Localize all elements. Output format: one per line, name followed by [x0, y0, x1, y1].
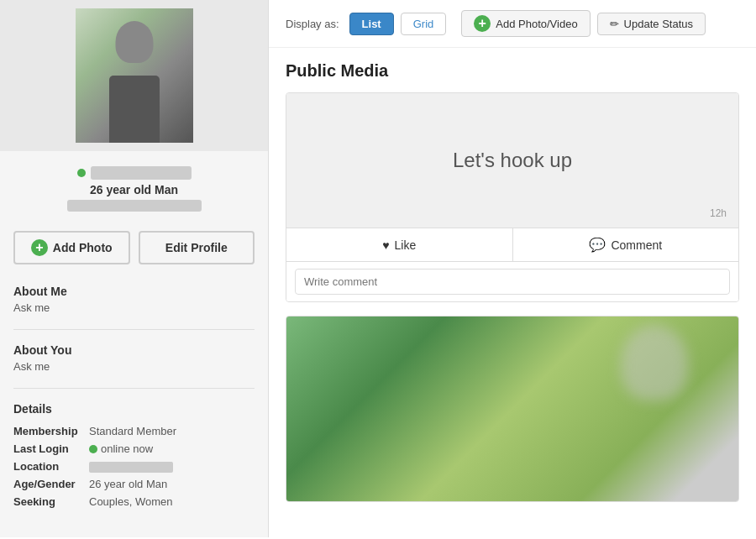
like-label: Like — [395, 238, 417, 252]
post-actions: Like Comment — [286, 228, 738, 261]
comment-label: Comment — [611, 238, 662, 252]
comment-input-area — [286, 261, 738, 301]
location-blurred — [89, 462, 173, 473]
sidebar: 26 year old Man + Add Photo Edit Profile… — [0, 0, 269, 537]
plus-icon: + — [31, 239, 48, 256]
post-image — [286, 317, 738, 501]
update-status-label: Update Status — [624, 18, 693, 30]
profile-location-blurred — [67, 200, 202, 212]
profile-name-bar — [13, 166, 255, 180]
last-login-row: Last Login online now — [13, 440, 255, 458]
details-title: Details — [13, 402, 255, 416]
comment-icon — [589, 237, 606, 253]
like-button[interactable]: Like — [286, 228, 513, 261]
online-now-row: online now — [89, 442, 255, 455]
about-me-value: Ask me — [13, 301, 255, 314]
divider1 — [13, 329, 255, 330]
divider2 — [13, 388, 255, 389]
membership-value: Standard Member — [89, 422, 255, 440]
edit-profile-label: Edit Profile — [165, 241, 228, 254]
add-media-plus-icon: + — [474, 15, 491, 32]
profile-info: 26 year old Man — [0, 160, 268, 221]
seeking-value: Couples, Women — [89, 493, 255, 510]
membership-row: Membership Standard Member — [13, 422, 255, 440]
list-view-button[interactable]: List — [349, 13, 394, 35]
post-image-face — [621, 325, 688, 400]
profile-name-blurred — [91, 166, 192, 180]
about-me-title: About Me — [13, 285, 255, 298]
seeking-row: Seeking Couples, Women — [13, 493, 255, 510]
online-indicator — [77, 169, 86, 177]
comment-button[interactable]: Comment — [513, 228, 739, 261]
online-dot-small — [89, 445, 97, 453]
content-area: Public Media Let's hook up 12h Like Comm… — [269, 48, 756, 515]
grid-view-button[interactable]: Grid — [401, 13, 447, 35]
last-login-value: online now — [89, 440, 255, 458]
age-gender-row: Age/Gender 26 year old Man — [13, 475, 255, 493]
about-you-section: About You Ask me — [0, 333, 268, 385]
post-card-text: Let's hook up 12h Like Comment — [286, 92, 739, 302]
add-photo-video-button[interactable]: + Add Photo/Video — [461, 10, 590, 37]
pencil-icon: ✏ — [610, 18, 619, 30]
post-text-content: Let's hook up 12h — [286, 93, 738, 228]
age-gender-label: Age/Gender — [13, 475, 89, 493]
about-you-title: About You — [13, 343, 255, 357]
add-photo-button[interactable]: + Add Photo — [13, 231, 130, 264]
about-me-section: About Me Ask me — [0, 275, 268, 326]
location-label: Location — [13, 458, 89, 475]
details-section: Details Membership Standard Member Last … — [0, 392, 268, 521]
post-text: Let's hook up — [453, 149, 572, 172]
main-content: Display as: List Grid + Add Photo/Video … — [269, 0, 756, 537]
location-row: Location — [13, 458, 255, 475]
profile-age: 26 year old Man — [13, 183, 255, 196]
top-bar: Display as: List Grid + Add Photo/Video … — [269, 0, 756, 48]
age-gender-value: 26 year old Man — [89, 475, 255, 493]
comment-input[interactable] — [295, 269, 730, 295]
post-timestamp: 12h — [710, 207, 727, 219]
add-photo-label: Add Photo — [53, 241, 113, 254]
about-you-value: Ask me — [13, 360, 255, 373]
public-media-title: Public Media — [286, 61, 739, 81]
heart-icon — [382, 238, 389, 252]
post-image-card — [286, 316, 739, 502]
profile-photo-area — [0, 0, 268, 151]
membership-label: Membership — [13, 422, 89, 440]
details-table: Membership Standard Member Last Login on… — [13, 422, 255, 510]
action-buttons: + Add Photo Edit Profile — [0, 221, 268, 275]
edit-profile-button[interactable]: Edit Profile — [139, 231, 255, 264]
add-photo-video-label: Add Photo/Video — [496, 18, 577, 30]
location-value — [89, 458, 255, 475]
update-status-button[interactable]: ✏ Update Status — [597, 13, 706, 35]
display-as-label: Display as: — [286, 18, 339, 30]
last-login-text: online now — [101, 442, 153, 455]
seeking-label: Seeking — [13, 493, 89, 510]
profile-photo — [76, 8, 193, 143]
last-login-label: Last Login — [13, 440, 89, 458]
